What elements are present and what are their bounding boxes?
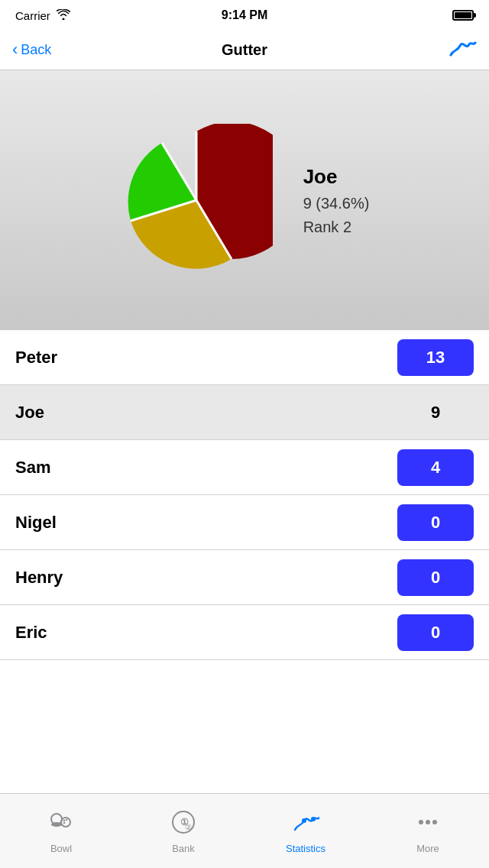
svg-point-15 — [419, 820, 423, 824]
player-score-plain: 9 — [397, 403, 474, 423]
player-score-badge: 0 — [397, 504, 474, 541]
player-score-badge: 0 — [397, 559, 474, 596]
chart-icon[interactable] — [448, 38, 477, 63]
player-row[interactable]: Henry0 — [0, 550, 489, 605]
svg-point-6 — [61, 818, 70, 827]
back-button[interactable]: ‹ Back — [12, 42, 51, 58]
nav-title: Gutter — [222, 41, 267, 59]
tab-label-more: More — [416, 843, 439, 854]
status-bar-left: Carrier — [15, 9, 70, 22]
player-name: Nigel — [15, 513, 57, 533]
player-name: Joe — [15, 403, 44, 423]
chart-rank: Rank 2 — [303, 219, 370, 236]
nav-bar: ‹ Back Gutter — [0, 31, 489, 70]
player-row[interactable]: Sam4 — [0, 440, 489, 495]
bank-icon: ① ② — [170, 808, 197, 836]
status-bar: Carrier 9:14 PM — [0, 0, 489, 31]
wifi-icon — [57, 9, 70, 22]
players-list: Peter13Joe9Sam4Nigel0Henry0Eric0 — [0, 330, 489, 660]
svg-point-17 — [432, 820, 437, 824]
player-row[interactable]: Joe9 — [0, 385, 489, 440]
pie-chart — [120, 124, 273, 277]
svg-point-7 — [63, 819, 65, 821]
player-row[interactable]: Eric0 — [0, 605, 489, 660]
tab-label-bank: Bank — [172, 843, 195, 854]
player-score-badge: 13 — [397, 339, 474, 376]
player-name: Peter — [15, 348, 57, 368]
tab-bar: Bowl ① ② Bank Statistics More — [0, 793, 489, 868]
tab-label-bowl: Bowl — [50, 843, 72, 854]
bowl-icon — [47, 808, 75, 836]
tab-item-statistics[interactable]: Statistics — [244, 794, 367, 868]
player-score-badge: 4 — [397, 449, 474, 486]
player-name: Eric — [15, 623, 47, 643]
player-row[interactable]: Peter13 — [0, 330, 489, 385]
tab-item-bowl[interactable]: Bowl — [0, 794, 122, 868]
svg-point-8 — [66, 818, 67, 820]
carrier-label: Carrier — [15, 9, 50, 22]
chart-score: 9 (34.6%) — [303, 195, 370, 212]
svg-point-9 — [63, 821, 65, 823]
tab-item-more[interactable]: More — [367, 794, 489, 868]
tab-label-statistics: Statistics — [286, 843, 325, 854]
svg-point-13 — [302, 818, 306, 823]
tab-item-bank[interactable]: ① ② Bank — [122, 794, 244, 868]
status-bar-time: 9:14 PM — [222, 8, 267, 22]
more-icon — [414, 808, 442, 836]
player-name: Henry — [15, 568, 63, 588]
status-bar-right — [452, 10, 474, 21]
battery-icon — [452, 10, 474, 21]
player-name: Sam — [15, 458, 50, 478]
chart-info: Joe 9 (34.6%) Rank 2 — [303, 165, 370, 236]
svg-point-14 — [311, 817, 316, 821]
chart-player-name: Joe — [303, 165, 370, 189]
player-score-badge: 0 — [397, 614, 474, 651]
svg-text:②: ② — [185, 823, 192, 831]
back-chevron-icon: ‹ — [12, 41, 18, 58]
statistics-icon — [292, 808, 319, 836]
back-label: Back — [21, 42, 51, 58]
svg-point-16 — [426, 820, 430, 824]
svg-point-5 — [51, 822, 62, 827]
player-row[interactable]: Nigel0 — [0, 495, 489, 550]
chart-section: Joe 9 (34.6%) Rank 2 — [0, 70, 489, 330]
